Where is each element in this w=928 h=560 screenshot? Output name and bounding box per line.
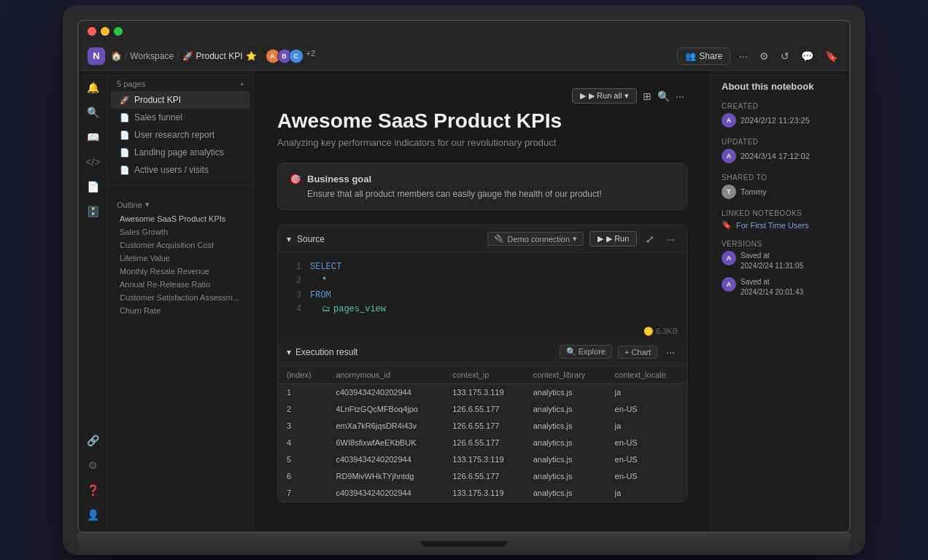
- pages-count: 5 pages: [117, 79, 145, 88]
- outline-item-mrr[interactable]: Monthly Resale Revenue: [108, 265, 253, 278]
- sidebar-item-database[interactable]: 🗄️: [82, 201, 104, 222]
- cell-anon-id: emXa7kR6jqsDR4i43v: [327, 417, 444, 434]
- sidebar-item-share[interactable]: 🔗: [82, 429, 104, 451]
- cell-ip: 126.6.55.177: [444, 467, 524, 484]
- linked-text: For First Time Users: [736, 221, 809, 230]
- notebook-name[interactable]: Product KPI: [196, 51, 243, 61]
- source-block: ▾ Source 🔌 Demo connection ▾ ▶ ▶ R: [277, 225, 687, 502]
- add-chart-button[interactable]: + Chart: [618, 346, 657, 359]
- cell-anon-id: 6WI8sfixwfAeEKbBUK: [327, 434, 444, 451]
- sidebar-item-search[interactable]: 🔍: [82, 101, 104, 123]
- cell-lib: analytics.js: [525, 467, 606, 484]
- cell-index: 1: [278, 384, 327, 400]
- exec-more-options[interactable]: ···: [663, 345, 678, 359]
- more-notebook-options[interactable]: ···: [673, 89, 687, 104]
- outline-item-cac[interactable]: Customer Acquisition Cost: [108, 238, 253, 252]
- settings-icon[interactable]: ⚙: [757, 49, 772, 63]
- version-text-1: Saved at2024/2/24 11:31:05: [741, 251, 803, 271]
- shared-section: Shared to T Tommy: [722, 174, 839, 199]
- bookmark-icon[interactable]: 🔖: [822, 49, 840, 63]
- outline-item-churn[interactable]: Churn Rate: [108, 304, 253, 317]
- exec-collapse-icon[interactable]: ▾: [287, 347, 291, 357]
- cell-ip: 126.6.55.177: [444, 400, 524, 417]
- history-icon[interactable]: ↺: [778, 49, 792, 63]
- run-all-button[interactable]: ▶ ▶ Run all ▾: [572, 88, 637, 104]
- updated-avatar: A: [722, 149, 736, 163]
- col-header-anon-id: anomymous_id: [327, 366, 444, 384]
- created-label: Created: [722, 102, 839, 110]
- outline-item-csat[interactable]: Customer Satisfaction Assessm...: [108, 291, 253, 304]
- result-table: (index) anomymous_id context_ip context_…: [278, 366, 687, 502]
- share-label: Share: [699, 51, 722, 61]
- explore-label: 🔍 Explore: [566, 347, 606, 357]
- outline-item-ltv[interactable]: Lifetime Value: [108, 252, 253, 265]
- close-button[interactable]: [88, 27, 96, 36]
- sidebar-item-files[interactable]: 📄: [82, 176, 104, 198]
- connection-name: Demo connection: [507, 235, 570, 244]
- sidebar-item-help[interactable]: ❓: [82, 479, 104, 501]
- minimize-button[interactable]: [101, 27, 109, 36]
- collapse-icon[interactable]: ▾: [287, 234, 291, 244]
- nav-item-active-users[interactable]: 📄 Active users / visits: [111, 161, 250, 179]
- outline-item-title[interactable]: Awesome SaaS Product KPIs: [108, 212, 253, 225]
- nav-item-landing-page[interactable]: 📄 Landing page analytics: [111, 144, 250, 161]
- nav-item-product-kpi[interactable]: 🚀 Product KPI: [111, 91, 250, 109]
- explore-button[interactable]: 🔍 Explore: [560, 345, 612, 359]
- nav-item-user-research[interactable]: 📄 User research report: [111, 126, 250, 144]
- outline-item-sales[interactable]: Sales Growth: [108, 225, 253, 238]
- keyword-from: FROM: [310, 289, 331, 303]
- right-panel: About this notebook Created A 2024/2/12 …: [711, 71, 849, 532]
- run-all-label: ▶ Run all: [589, 91, 622, 101]
- app-logo[interactable]: N: [88, 47, 105, 65]
- home-icon[interactable]: 🏠: [111, 51, 122, 61]
- nav-item-sales-funnel[interactable]: 📄 Sales funnel: [111, 109, 250, 126]
- cell-anon-id: c4039434240202944: [327, 484, 444, 501]
- search-content-button[interactable]: 🔍: [654, 89, 673, 104]
- outline-item-arr[interactable]: Annual Re-Release Ratio: [108, 278, 253, 291]
- cell-ip: 126.6.55.177: [444, 434, 524, 451]
- created-section: Created A 2024/2/12 11:23:25: [722, 102, 839, 128]
- line-num-1: 1: [290, 260, 301, 274]
- linked-notebook-item[interactable]: 🔖 For First Time Users: [722, 220, 839, 230]
- source-more-options[interactable]: ···: [663, 232, 678, 246]
- pages-header[interactable]: 5 pages +: [108, 77, 253, 91]
- updated-label: Updated: [722, 138, 839, 146]
- comment-icon[interactable]: 💬: [798, 49, 816, 63]
- cell-locale: en-US: [606, 451, 687, 467]
- connection-selector[interactable]: 🔌 Demo connection ▾: [487, 232, 584, 246]
- exec-label-group: ▾ Execution result: [287, 347, 357, 357]
- sidebar-item-code[interactable]: </>: [82, 151, 104, 173]
- panel-title: About this notebook: [722, 81, 839, 92]
- run-query-button[interactable]: ▶ ▶ Run: [589, 231, 637, 246]
- page-icon-user-research: 📄: [120, 131, 130, 140]
- add-page-button[interactable]: +: [240, 79, 244, 88]
- linked-label: Linked notebooks: [722, 209, 839, 217]
- maximize-button[interactable]: [114, 27, 123, 36]
- version-item-2: A Saved at2024/2/14 20:01:43: [722, 277, 839, 298]
- col-header-context-ip: context_ip: [444, 366, 524, 384]
- source-block-header: ▾ Source 🔌 Demo connection ▾ ▶ ▶ R: [278, 225, 687, 253]
- more-options-button[interactable]: ···: [736, 49, 751, 63]
- cell-locale: ja: [606, 384, 687, 400]
- topbar: N 🏠 / Workspace / 🚀 Product KPI ⭐ A B C …: [79, 42, 849, 71]
- cell-ip: 133.175.3.119: [444, 384, 524, 400]
- exec-label: Execution result: [295, 347, 357, 357]
- connection-chevron: ▾: [573, 234, 577, 244]
- expand-source-button[interactable]: ⤢: [643, 232, 657, 246]
- sidebar-item-profile[interactable]: 👤: [82, 504, 104, 526]
- outline-header[interactable]: Outline ▾: [108, 197, 253, 212]
- workspace-link[interactable]: Workspace: [130, 51, 174, 61]
- grid-view-button[interactable]: ⊞: [640, 89, 654, 104]
- share-button[interactable]: 👥 Share: [677, 47, 730, 65]
- star-icon[interactable]: ⭐: [246, 51, 257, 61]
- sidebar-item-notifications[interactable]: 🔔: [82, 77, 104, 98]
- sidebar-item-notebooks[interactable]: 📖: [82, 126, 104, 148]
- breadcrumb: 🏠 / Workspace / 🚀 Product KPI ⭐: [111, 51, 257, 61]
- cell-index: 7: [278, 484, 327, 501]
- cell-locale: en-US: [606, 400, 687, 417]
- result-table-container: (index) anomymous_id context_ip context_…: [278, 366, 687, 502]
- sidebar-item-settings[interactable]: ⚙: [82, 454, 104, 476]
- breadcrumb-sep-1: /: [125, 51, 127, 61]
- code-editor[interactable]: 1 SELECT 2 * 3 FROM 4: [278, 253, 687, 324]
- page-icon-product-kpi: 🚀: [120, 96, 130, 105]
